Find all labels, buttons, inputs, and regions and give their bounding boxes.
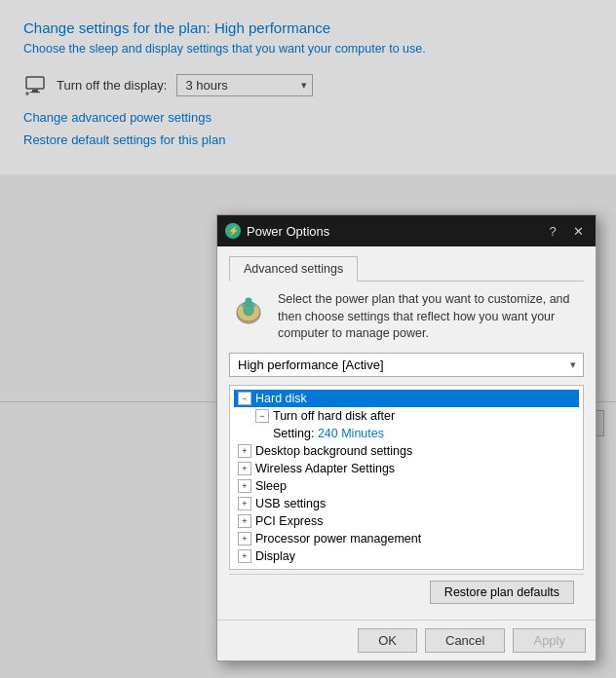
tree-item-sleep[interactable]: + Sleep (234, 477, 579, 495)
plan-dropdown-wrapper: High performance [Active] Balanced Power… (229, 353, 584, 377)
tree-expand-display[interactable]: + (238, 549, 251, 563)
tree-item-usb[interactable]: + USB settings (234, 495, 579, 512)
modal-body: Advanced settings Select the power plan … (217, 246, 596, 620)
power-options-icon: ⚡ (225, 223, 241, 239)
tree-expand-usb[interactable]: + (238, 497, 251, 510)
modal-help-button[interactable]: ? (543, 221, 562, 241)
modal-titlebar: ⚡ Power Options ? ✕ (217, 215, 596, 246)
tree-child-turn-off: − Turn off hard disk after Setting: 240 … (234, 407, 579, 442)
modal-desc-text: Select the power plan that you want to c… (278, 291, 584, 343)
power-options-modal: ⚡ Power Options ? ✕ Advanced settings (216, 214, 597, 661)
tree-expand-turn-off[interactable]: − (255, 409, 269, 423)
tree-label-desktop-bg: Desktop background settings (255, 444, 412, 458)
tree-label-setting: Setting: (273, 427, 318, 440)
svg-rect-7 (246, 298, 251, 306)
tree-label-hard-disk: Hard disk (255, 392, 307, 405)
tree-label-display: Display (255, 549, 295, 563)
tree-expand-hard-disk[interactable]: − (238, 392, 251, 405)
tree-expand-pci[interactable]: + (238, 514, 251, 528)
modal-overlay: ⚡ Power Options ? ✕ Advanced settings (0, 0, 616, 678)
desc-section: Select the power plan that you want to c… (229, 291, 584, 343)
modal-close-button[interactable]: ✕ (568, 221, 588, 241)
apply-button[interactable]: Apply (513, 628, 586, 653)
tree-expand-wireless[interactable]: + (238, 462, 251, 475)
tree-item-desktop-bg[interactable]: + Desktop background settings (234, 442, 579, 460)
tab-bar: Advanced settings (229, 256, 584, 282)
tree-label-turn-off: Turn off hard disk after (273, 409, 395, 423)
settings-icon (230, 292, 267, 329)
tree-label-processor: Processor power management (255, 532, 421, 546)
tree-item-turn-off-hard-disk[interactable]: − Turn off hard disk after (251, 407, 579, 425)
tree-item-setting[interactable]: Setting: 240 Minutes (269, 425, 579, 442)
desc-icon (229, 291, 268, 330)
tree-item-processor[interactable]: + Processor power management (234, 530, 579, 547)
restore-bar: Restore plan defaults (229, 574, 584, 610)
settings-tree: − Hard disk − Turn off hard disk after S… (229, 385, 584, 570)
tree-expand-desktop-bg[interactable]: + (238, 444, 251, 458)
modal-cancel-button[interactable]: Cancel (425, 628, 505, 653)
tree-expand-sleep[interactable]: + (238, 479, 251, 493)
plan-dropdown[interactable]: High performance [Active] Balanced Power… (229, 353, 584, 377)
tab-advanced-settings[interactable]: Advanced settings (229, 256, 358, 282)
tree-expand-processor[interactable]: + (238, 532, 251, 546)
tree-item-hard-disk[interactable]: − Hard disk (234, 390, 579, 407)
tree-value-setting: 240 Minutes (318, 427, 384, 440)
modal-footer: OK Cancel Apply (217, 620, 596, 660)
tree-setting-row: Setting: 240 Minutes (251, 425, 579, 442)
modal-title: Power Options (247, 224, 537, 239)
tree-item-display[interactable]: + Display (234, 547, 579, 565)
tree-label-pci: PCI Express (255, 514, 323, 528)
ok-button[interactable]: OK (358, 628, 417, 653)
tree-label-wireless: Wireless Adapter Settings (255, 462, 395, 475)
restore-plan-defaults-button[interactable]: Restore plan defaults (430, 581, 574, 604)
tree-label-sleep: Sleep (255, 479, 287, 493)
tree-label-usb: USB settings (255, 497, 326, 510)
tree-item-pci-express[interactable]: + PCI Express (234, 512, 579, 530)
tree-item-wireless[interactable]: + Wireless Adapter Settings (234, 460, 579, 477)
